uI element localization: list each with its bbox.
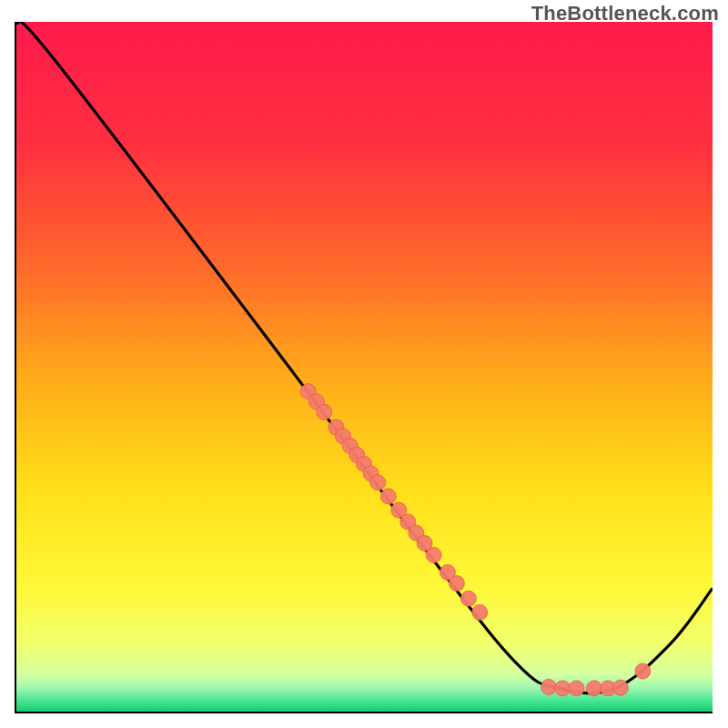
plot-area [15, 22, 713, 713]
data-point [541, 679, 557, 694]
data-point [472, 604, 488, 620]
y-axis [15, 22, 16, 713]
data-point [460, 591, 476, 606]
data-point [586, 681, 602, 696]
data-point [569, 681, 584, 696]
data-point [426, 547, 441, 562]
data-point [555, 681, 571, 696]
data-point [612, 680, 628, 695]
x-axis [15, 712, 713, 713]
watermark-text: TheBottleneck.com [531, 2, 719, 25]
data-points-layer [15, 22, 713, 713]
chart-container: TheBottleneck.com [0, 0, 728, 728]
data-point [370, 475, 386, 490]
data-point [635, 663, 651, 679]
data-point [380, 489, 396, 504]
data-point [449, 576, 464, 592]
data-point [317, 404, 332, 420]
